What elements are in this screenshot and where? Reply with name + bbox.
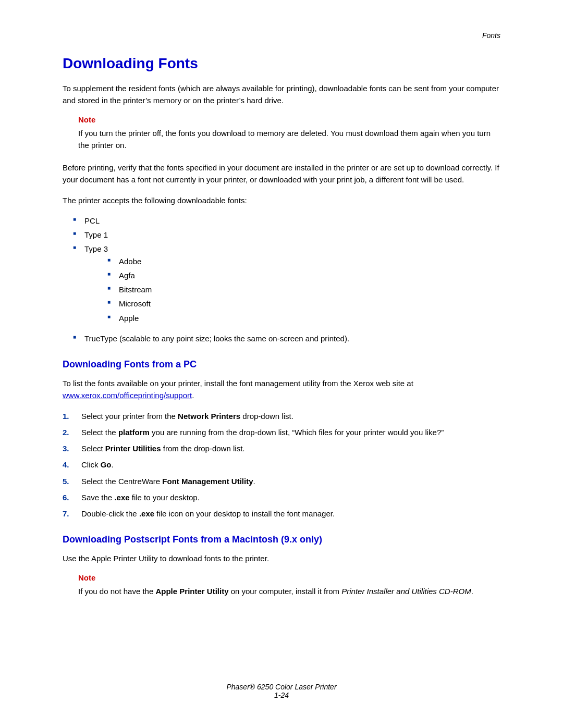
list-item: Apple — [107, 312, 500, 324]
font-list: PCL Type 1 Type 3 Adobe Agfa Bitstream M… — [73, 215, 500, 344]
note-2: Note If you do not have the Apple Printe… — [63, 573, 500, 597]
list-item: Type 1 — [73, 229, 500, 241]
section1-intro: To list the fonts available on your prin… — [63, 377, 500, 402]
footer-line1: Phaser® 6250 Color Laser Printer — [0, 683, 563, 691]
note-2-text: If you do not have the Apple Printer Uti… — [78, 585, 500, 597]
step-2: Select the platform you are running from… — [63, 426, 500, 438]
body-text-2: Before printing, verify that the fonts s… — [63, 162, 500, 186]
section1-intro-text: To list the fonts available on your prin… — [63, 379, 413, 388]
list-item: Adobe — [107, 255, 500, 267]
step-1: Select your printer from the Network Pri… — [63, 410, 500, 422]
page: Fonts Downloading Fonts To supplement th… — [0, 0, 563, 728]
xerox-link[interactable]: www.xerox.com/officeprinting/support — [63, 391, 192, 400]
body-text-3: The printer accepts the following downlo… — [63, 194, 500, 206]
note-1-text: If you turn the printer off, the fonts y… — [78, 127, 500, 152]
list-item: Agfa — [107, 269, 500, 281]
step-3: Select Printer Utilities from the drop-d… — [63, 442, 500, 454]
list-item: Microsoft — [107, 298, 500, 310]
note-1: Note If you turn the printer off, the fo… — [63, 115, 500, 152]
header-label: Fonts — [482, 31, 500, 40]
step-6: Save the .exe file to your desktop. — [63, 491, 500, 503]
list-item: Bitstream — [107, 283, 500, 295]
steps-list: Select your printer from the Network Pri… — [63, 410, 500, 520]
footer-line2: 1-24 — [0, 691, 563, 699]
header-right: Fonts — [63, 31, 500, 40]
footer: Phaser® 6250 Color Laser Printer 1-24 — [0, 683, 563, 699]
list-item: PCL — [73, 215, 500, 227]
step-4: Click Go. — [63, 459, 500, 471]
section2-intro: Use the Apple Printer Utility to downloa… — [63, 552, 500, 564]
note-1-label: Note — [78, 115, 500, 124]
section2-title: Downloading Postscript Fonts from a Maci… — [63, 534, 500, 545]
list-item: TrueType (scalable to any point size; lo… — [73, 332, 500, 344]
page-title: Downloading Fonts — [63, 55, 500, 72]
list-item: Type 3 Adobe Agfa Bitstream Microsoft Ap… — [73, 243, 500, 324]
section1-title: Downloading Fonts from a PC — [63, 359, 500, 370]
intro-text: To supplement the resident fonts (which … — [63, 82, 500, 107]
step-7: Double-click the .exe file icon on your … — [63, 508, 500, 520]
step-5: Select the CentreWare Font Management Ut… — [63, 475, 500, 487]
sub-list: Adobe Agfa Bitstream Microsoft Apple — [107, 255, 500, 324]
note-2-label: Note — [78, 573, 500, 582]
